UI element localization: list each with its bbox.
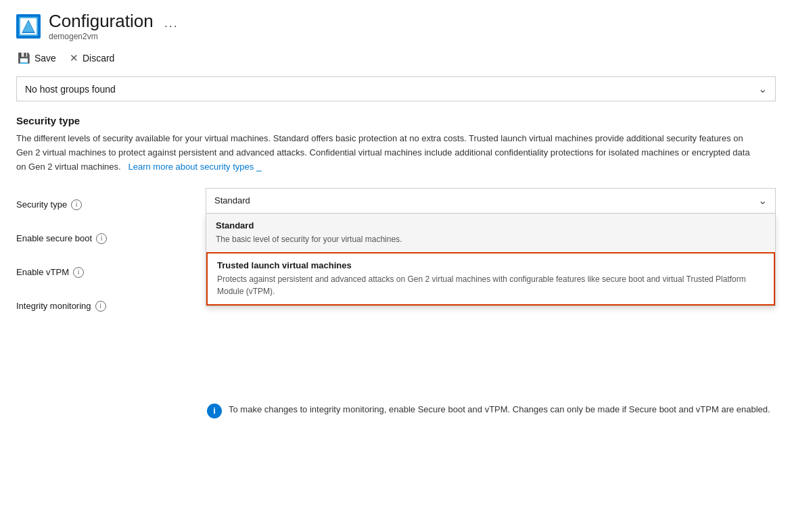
security-type-selected-value: Standard [214,195,250,205]
form-area: Security type i Enable secure boot i Ena… [16,188,776,418]
info-banner: i To make changes to integrity monitorin… [206,403,776,418]
chevron-down-icon: ⌄ [758,194,767,207]
form-labels: Security type i Enable secure boot i Ena… [16,188,206,418]
learn-more-link[interactable]: Learn more about security types ⎯ [126,162,262,172]
save-icon: 💾 [18,52,30,64]
integrity-monitoring-label-row: Integrity monitoring i [16,289,206,323]
discard-icon: ✕ [70,52,78,64]
form-controls: Standard ⌄ Standard The basic level of s… [206,188,776,418]
discard-label: Discard [83,53,114,64]
info-banner-text: To make changes to integrity monitoring,… [229,403,770,417]
standard-option-title: Standard [216,220,766,231]
security-type-label: Security type [16,199,67,210]
integrity-monitoring-label: Integrity monitoring [16,301,91,311]
azure-config-icon [16,14,41,39]
save-button[interactable]: 💾 Save [16,49,57,67]
more-options-button[interactable]: ··· [164,19,179,33]
trusted-launch-option-title: Trusted launch virtual machines [217,260,764,270]
discard-button[interactable]: ✕ Discard [68,49,116,67]
dropdown-option-trusted-launch[interactable]: Trusted launch virtual machines Protects… [206,252,775,306]
enable-vtpm-info-icon[interactable]: i [73,267,84,278]
header-title-block: Configuration demogen2vm [49,11,154,41]
security-type-label-row: Security type i [16,188,206,222]
integrity-monitoring-info-icon[interactable]: i [95,301,106,312]
section-description: The different levels of security availab… [16,132,760,174]
host-groups-value: No host groups found [25,84,116,95]
chevron-down-icon: ⌄ [758,82,767,95]
save-label: Save [34,53,56,64]
security-type-dropdown-menu: Standard The basic level of security for… [206,214,776,306]
info-icon: i [207,404,222,418]
enable-vtpm-label-row: Enable vTPM i [16,256,206,289]
section-title: Security type [16,115,776,126]
security-type-dropdown[interactable]: Standard ⌄ [206,188,776,214]
page-subtitle: demogen2vm [49,32,154,41]
host-groups-dropdown[interactable]: No host groups found ⌄ [16,76,776,101]
enable-secure-boot-label: Enable secure boot [16,233,92,243]
toolbar: 💾 Save ✕ Discard [16,49,776,67]
standard-option-description: The basic level of security for your vir… [216,233,766,245]
enable-secure-boot-info-icon[interactable]: i [96,233,107,244]
trusted-launch-option-description: Protects against persistent and advanced… [217,273,764,297]
external-link-icon: ⎯ [256,162,262,172]
enable-secure-boot-label-row: Enable secure boot i [16,222,206,256]
security-type-info-icon[interactable]: i [71,199,82,210]
page-header: Configuration demogen2vm ··· [16,11,776,41]
dropdown-option-standard[interactable]: Standard The basic level of security for… [206,214,775,252]
page-title: Configuration [49,11,154,32]
enable-vtpm-label: Enable vTPM [16,267,69,277]
